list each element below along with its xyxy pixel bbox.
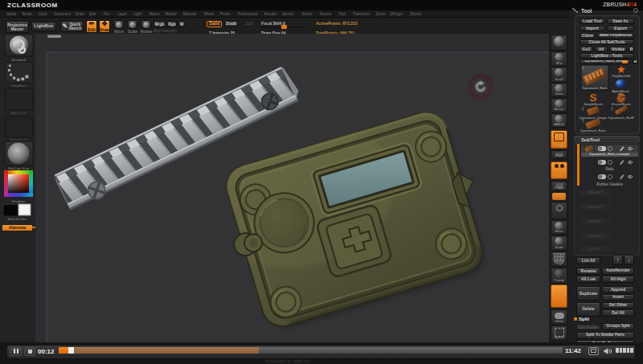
svg-text:AlphaBrush: AlphaBrush [612, 89, 629, 93]
svg-text:EraserBrush: EraserBrush [612, 102, 631, 106]
svg-text:Alpha Off: Alpha Off [11, 111, 27, 115]
svg-text:Texture Off: Texture Off [10, 137, 27, 141]
svg-text:3: 3 [582, 119, 584, 123]
svg-text:SwitchColor: SwitchColor [7, 217, 27, 221]
svg-text:Dynamesh_RailF: Dynamesh_RailF [608, 116, 635, 120]
svg-text:MatCap Gray: MatCap Gray [8, 166, 30, 170]
svg-text:DragRect: DragRect [11, 84, 27, 88]
svg-text:Dynamesh_Rails: Dynamesh_Rails [582, 86, 608, 90]
svg-text:SimpleBrush: SimpleBrush [584, 102, 603, 106]
svg-text:PolyMesh3D: PolyMesh3D [612, 74, 631, 78]
svg-text:Dynamesh_Rails: Dynamesh_Rails [580, 129, 606, 133]
svg-text:Gradient: Gradient [12, 199, 27, 203]
svg-text:Standard: Standard [11, 58, 26, 62]
svg-text:2: 2 [611, 107, 613, 111]
svg-text:2: 2 [582, 107, 584, 111]
